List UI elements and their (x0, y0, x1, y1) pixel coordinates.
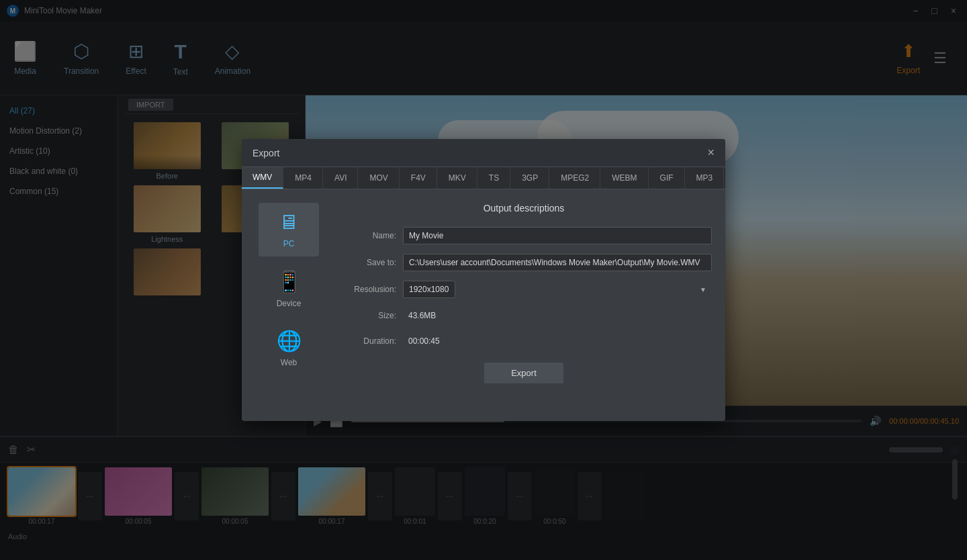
duration-row: Duration: 00:00:45 (336, 333, 712, 349)
name-row: Name: (336, 227, 712, 244)
duration-value: 00:00:45 (403, 333, 712, 349)
resolution-select[interactable]: 1920x1080 1280x720 854x480 640x360 (403, 281, 455, 298)
resolution-select-wrapper: 1920x1080 1280x720 854x480 640x360 (403, 281, 712, 298)
format-tab-mov[interactable]: MOV (359, 167, 399, 189)
size-label: Size: (336, 311, 396, 320)
device-mobile[interactable]: 📱 Device (259, 262, 319, 316)
modal-body: 🖥 PC 📱 Device 🌐 Web Output descriptions … (242, 189, 725, 397)
format-tab-mp4[interactable]: MP4 (284, 167, 323, 189)
mobile-icon: 📱 (277, 270, 302, 293)
pc-label: PC (283, 239, 295, 248)
format-tab-webm[interactable]: WEBM (601, 167, 648, 189)
saveto-input[interactable] (403, 254, 712, 271)
saveto-label: Save to: (336, 258, 396, 267)
size-row: Size: 43.6MB (336, 308, 712, 324)
modal-close-button[interactable]: × (707, 146, 715, 160)
device-web[interactable]: 🌐 Web (259, 321, 319, 375)
modal-overlay: Export × WMV MP4 AVI MOV F4V MKV TS 3GP … (0, 0, 967, 560)
saveto-row: Save to: (336, 254, 712, 271)
size-value: 43.6MB (403, 308, 712, 324)
device-selector: 🖥 PC 📱 Device 🌐 Web (255, 203, 322, 383)
format-tabs: WMV MP4 AVI MOV F4V MKV TS 3GP MPEG2 WEB… (242, 167, 725, 189)
format-tab-ts[interactable]: TS (478, 167, 510, 189)
format-tab-f4v[interactable]: F4V (400, 167, 437, 189)
output-form: Output descriptions Name: Save to: Resol… (336, 203, 712, 383)
export-modal: Export × WMV MP4 AVI MOV F4V MKV TS 3GP … (242, 139, 725, 421)
format-tab-wmv[interactable]: WMV (242, 167, 283, 189)
format-tab-3gp[interactable]: 3GP (511, 167, 549, 189)
modal-title: Export (252, 148, 279, 158)
device-label: Device (277, 299, 302, 308)
format-tab-mkv[interactable]: MKV (438, 167, 477, 189)
format-tab-mpeg2[interactable]: MPEG2 (550, 167, 600, 189)
pc-icon: 🖥 (279, 211, 299, 234)
name-label: Name: (336, 231, 396, 240)
web-label: Web (281, 358, 297, 367)
duration-label: Duration: (336, 336, 396, 346)
device-pc[interactable]: 🖥 PC (259, 203, 319, 256)
format-tab-mp3[interactable]: MP3 (686, 167, 725, 189)
web-icon: 🌐 (277, 329, 302, 353)
resolution-row: Resolusion: 1920x1080 1280x720 854x480 6… (336, 281, 712, 298)
name-input[interactable] (403, 227, 712, 244)
format-tab-avi[interactable]: AVI (324, 167, 358, 189)
modal-header: Export × (242, 139, 725, 167)
resolution-label: Resolusion: (336, 285, 396, 294)
export-action-button[interactable]: Export (484, 363, 563, 383)
output-title: Output descriptions (336, 203, 712, 214)
format-tab-gif[interactable]: GIF (649, 167, 685, 189)
